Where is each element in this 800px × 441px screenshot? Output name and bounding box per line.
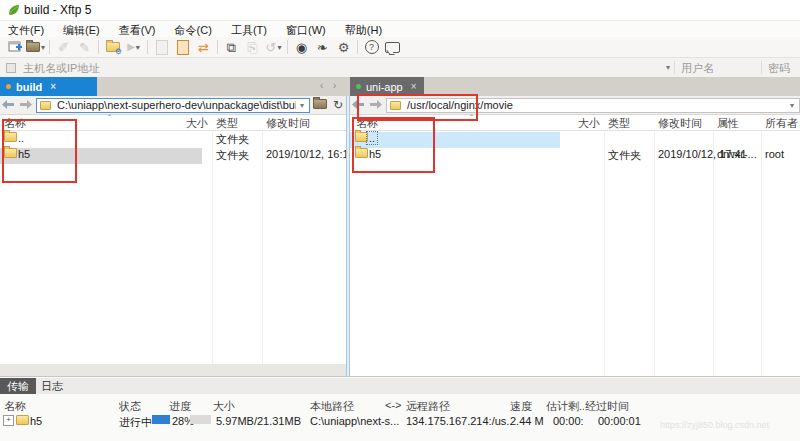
help-icon: ? bbox=[365, 40, 379, 54]
settings-button[interactable]: ⚙ bbox=[333, 38, 354, 56]
column-name[interactable]: 名称 bbox=[4, 399, 26, 414]
file-type: 文件夹 bbox=[608, 148, 641, 163]
tab-local-build[interactable]: build × bbox=[0, 77, 97, 96]
file-attributes: drwxr-... bbox=[717, 148, 757, 160]
transfer-size: 5.97MB/21.31MB bbox=[216, 415, 301, 427]
local-path-input[interactable] bbox=[55, 98, 298, 112]
watermark: https://zyj850.blog.csdn.net bbox=[660, 420, 769, 430]
transfer-panel: 传输 日志 名称 状态 进度 大小 本地路径 <-> 远程路径 速度 估计剩..… bbox=[0, 376, 800, 441]
column-eta[interactable]: 估计剩... bbox=[546, 399, 584, 414]
document-icon bbox=[156, 40, 168, 55]
tab-scroll-left-icon[interactable]: ‹ bbox=[320, 80, 323, 91]
column-modified[interactable]: 修改时间 bbox=[266, 116, 310, 131]
local-path-box: ▾ bbox=[36, 98, 310, 113]
history-disabled-button: ↺ ▾ bbox=[263, 38, 284, 56]
column-guide bbox=[761, 130, 762, 376]
file-type: 文件夹 bbox=[216, 148, 249, 163]
column-guide bbox=[604, 130, 605, 376]
local-address-bar: ▾ ↻ bbox=[0, 96, 346, 115]
transfer-local-path: C:\uniapp\next-s... bbox=[310, 415, 399, 427]
tab-label: uni-app bbox=[366, 81, 403, 93]
toolbar-separator bbox=[49, 40, 50, 54]
menu-bar: 文件(F) 编辑(E) 查看(V) 命令(C) 工具(T) 窗口(W) 帮助(H… bbox=[0, 20, 800, 38]
tab-log[interactable]: 日志 bbox=[34, 378, 70, 394]
toolbar-separator bbox=[217, 40, 218, 54]
feedback-bubble-icon bbox=[385, 42, 400, 53]
column-remote-path[interactable]: 远程路径 bbox=[406, 399, 450, 414]
host-input[interactable] bbox=[21, 61, 662, 75]
new-session-button[interactable] bbox=[4, 38, 25, 56]
directory-folder-icon bbox=[313, 99, 327, 109]
column-size[interactable]: 大小 bbox=[578, 116, 600, 131]
toolbar-separator bbox=[287, 40, 288, 54]
open-directory-button[interactable] bbox=[313, 99, 327, 111]
transfer-eta: 00:00:06 bbox=[553, 415, 583, 427]
column-status[interactable]: 状态 bbox=[119, 399, 141, 414]
run-disabled-button: ▶ ▾ bbox=[123, 38, 144, 56]
session-properties-button[interactable]: ⚙ bbox=[102, 38, 123, 56]
column-speed[interactable]: 速度 bbox=[510, 399, 532, 414]
new-file-icon bbox=[177, 40, 189, 55]
toolbar-separator bbox=[357, 40, 358, 54]
tab-scroll-right-icon[interactable]: › bbox=[333, 80, 336, 91]
column-attributes[interactable]: 属性 bbox=[717, 116, 739, 131]
column-size[interactable]: 大小 bbox=[213, 399, 235, 414]
transfer-status: 进行中 bbox=[119, 415, 152, 430]
column-direction[interactable]: <-> bbox=[385, 399, 402, 411]
column-elapsed[interactable]: 经过时间 bbox=[585, 399, 629, 414]
toolbar: ▾ ✐ ✎ ⚙ ▶ ▾ ⇄ ⧉ ⎘ ↺ ▾ ◉ ❧ ⚙ ? bbox=[0, 37, 800, 58]
pen-disabled-icon: ✐ bbox=[53, 38, 74, 56]
tab-label: build bbox=[16, 81, 42, 93]
open-folder-caret-icon[interactable]: ▾ bbox=[41, 43, 45, 52]
app-leaf-icon bbox=[7, 3, 21, 19]
password-input[interactable] bbox=[762, 61, 800, 75]
back-arrow-icon[interactable] bbox=[2, 99, 15, 111]
progress-bar-rest bbox=[190, 415, 211, 424]
username-input[interactable] bbox=[675, 61, 761, 75]
transfer-panel-tabs: 传输 日志 bbox=[0, 378, 800, 394]
file-owner: root bbox=[765, 148, 784, 160]
column-size[interactable]: 大小 bbox=[186, 116, 208, 131]
host-icon bbox=[6, 63, 16, 73]
tab-close-icon[interactable]: × bbox=[411, 81, 417, 92]
quick-connect-bar: ▾ bbox=[0, 58, 800, 78]
toolbar-separator bbox=[147, 40, 148, 54]
history-caret-icon: ▾ bbox=[277, 43, 281, 52]
tab-transfer[interactable]: 传输 bbox=[0, 378, 36, 394]
column-type[interactable]: 类型 bbox=[608, 116, 630, 131]
expand-icon[interactable]: + bbox=[3, 415, 14, 426]
local-path-caret-icon[interactable]: ▾ bbox=[300, 101, 304, 110]
annotation-box-remote-files bbox=[352, 117, 435, 173]
remote-path-caret-icon[interactable]: ▾ bbox=[790, 101, 794, 110]
feedback-button[interactable] bbox=[382, 38, 403, 56]
sort-asc-icon: ˆ bbox=[108, 113, 111, 123]
new-file-button[interactable] bbox=[172, 38, 193, 56]
file-type: 文件夹 bbox=[216, 132, 249, 147]
open-folder-button[interactable]: ▾ bbox=[25, 38, 46, 56]
annotation-box-remote-path bbox=[357, 94, 478, 121]
help-button[interactable]: ? bbox=[361, 38, 382, 56]
column-progress[interactable]: 进度 bbox=[169, 399, 191, 414]
web-button[interactable]: ◉ bbox=[291, 38, 312, 56]
transfer-swap-button[interactable]: ⇄ bbox=[193, 38, 214, 56]
column-type[interactable]: 类型 bbox=[216, 116, 238, 131]
column-local-path[interactable]: 本地路径 bbox=[310, 399, 354, 414]
forward-arrow-icon[interactable] bbox=[19, 99, 32, 111]
column-guide bbox=[713, 130, 714, 376]
open-folder-icon bbox=[26, 42, 40, 52]
path-folder-icon bbox=[40, 101, 51, 110]
transfer-name: h5 bbox=[30, 415, 42, 427]
refresh-button[interactable]: ↻ bbox=[333, 99, 343, 111]
column-owner[interactable]: 所有者 bbox=[765, 116, 798, 131]
title-bar: build - Xftp 5 bbox=[0, 0, 800, 20]
column-modified[interactable]: 修改时间 bbox=[658, 116, 702, 131]
transfer-speed: 2.44 MB/s bbox=[510, 415, 544, 427]
host-dropdown-caret-icon[interactable]: ▾ bbox=[662, 63, 674, 72]
transfer-elapsed: 00:00:01 bbox=[598, 415, 641, 427]
xftp-window: build - Xftp 5 文件(F) 编辑(E) 查看(V) 命令(C) 工… bbox=[0, 0, 800, 441]
paste-disabled-icon: ⎘ bbox=[242, 38, 263, 56]
folder-icon bbox=[16, 415, 29, 425]
tab-close-icon[interactable]: × bbox=[50, 81, 56, 92]
xagent-button[interactable]: ❧ bbox=[312, 38, 333, 56]
copy-button[interactable]: ⧉ bbox=[221, 38, 242, 56]
